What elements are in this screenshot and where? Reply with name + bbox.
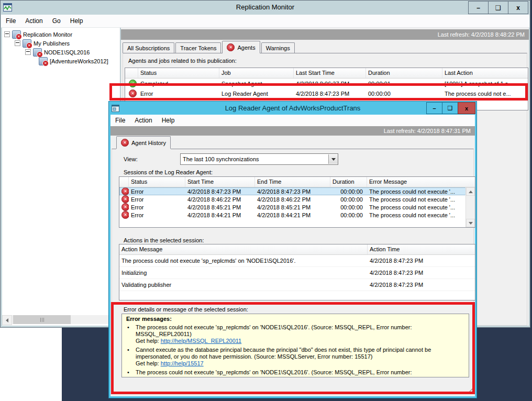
menu-go[interactable]: Go — [48, 16, 65, 26]
tab-all-subscriptions[interactable]: All Subscriptions — [123, 42, 174, 53]
cell-action-time: 4/2/2018 8:47:23 PM — [368, 258, 475, 264]
main-titlebar[interactable]: Replication Monitor – ❑ x — [1, 1, 530, 14]
cell-error-message: The process could not execute '... — [367, 204, 466, 210]
tree-node-server[interactable]: ✕ NODE1\SQL2016 — [2, 48, 120, 57]
menu-action[interactable]: Action — [20, 16, 47, 26]
cell-error-message: The process could not execute '... — [367, 196, 466, 203]
publisher-tree-panel: ✕ Replication Monitor ✕ My Publishers ✕ … — [2, 28, 120, 326]
cell-start-time: 4/2/2018 8:46:22 PM — [185, 196, 255, 203]
column-status[interactable]: Status — [129, 177, 185, 187]
tree-node-replication-monitor[interactable]: ✕ Replication Monitor — [2, 30, 120, 39]
cell-start-time: 4/2/2018 8:47:23 PM — [185, 188, 255, 195]
cell-action-message: Validating publisher — [119, 282, 368, 288]
cell-action-message: The process could not execute 'sp_replcm… — [119, 258, 368, 264]
sessions-vertical-scrollbar[interactable] — [465, 187, 475, 227]
cell-end-time: 4/2/2018 8:45:21 PM — [255, 204, 330, 210]
session-row[interactable]: ✕ Error 4/2/2018 8:45:21 PM 4/2/2018 8:4… — [119, 203, 466, 211]
tree-horizontal-scrollbar[interactable] — [2, 315, 112, 324]
collapse-icon[interactable] — [25, 49, 31, 55]
main-tabstrip: All Subscriptions Tracer Tokens ✕ Agents… — [123, 42, 296, 53]
actions-table-header: Action Message Action Time — [119, 244, 475, 255]
close-icon[interactable]: x — [508, 1, 528, 14]
collapse-icon[interactable] — [4, 31, 10, 37]
help-link[interactable]: http://help/MSSQL_REPL20011 — [161, 338, 242, 344]
actions-section-label: Actions in the selected session: — [124, 237, 204, 243]
agents-section-label: Agents and jobs related to this publicat… — [128, 58, 237, 64]
error-message-item: • The process could not execute 'sp_repl… — [126, 369, 464, 377]
collapse-icon[interactable] — [15, 40, 20, 46]
column-error-message[interactable]: Error Message — [367, 177, 466, 187]
column-last-action[interactable]: Last Action — [442, 68, 528, 78]
menu-action[interactable]: Action — [130, 115, 157, 126]
maximize-icon[interactable]: ❑ — [442, 102, 458, 114]
table-row[interactable]: ✕ Error Log Reader Agent 4/2/2018 8:47:2… — [125, 88, 528, 98]
scroll-down-icon[interactable] — [466, 219, 475, 227]
cell-error-message: The process could not execute '... — [367, 188, 466, 195]
error-messages-heading: Error messages: — [126, 316, 464, 322]
column-duration[interactable]: Duration — [330, 177, 367, 187]
cell-status: Error — [129, 188, 185, 195]
column-action-message[interactable]: Action Message — [119, 244, 368, 254]
action-row[interactable]: Validating publisher 4/2/2018 8:47:23 PM — [119, 279, 475, 291]
tree-node-publication[interactable]: ✕ [AdventureWorks2012] — [2, 57, 120, 65]
column-action-time[interactable]: Action Time — [368, 244, 475, 254]
menu-file[interactable]: File — [1, 16, 20, 26]
log-reader-agent-window: Log Reader Agent of AdvWorksProductTrans… — [108, 101, 477, 398]
scroll-left-icon[interactable] — [2, 315, 12, 325]
tab-agents[interactable]: ✕ Agents — [222, 41, 260, 53]
action-row[interactable]: The process could not execute 'sp_replcm… — [119, 255, 475, 267]
close-icon[interactable]: x — [458, 102, 475, 114]
cell-duration: 00:00:01 — [366, 81, 442, 87]
view-label: View: — [124, 156, 138, 162]
cell-duration: 00:00:00 — [330, 204, 367, 210]
tab-agent-history[interactable]: ✕ Agent History — [116, 136, 171, 149]
session-row[interactable]: ✕ Error 4/2/2018 8:44:21 PM 4/2/2018 8:4… — [119, 211, 466, 219]
column-duration[interactable]: Duration — [366, 68, 442, 78]
desktop-white-area — [0, 326, 62, 401]
table-row[interactable]: ✓ Completed Snapshot Agent 4/2/2018 8:06… — [125, 79, 528, 88]
cell-duration: 00:00:00 — [330, 196, 367, 203]
cell-last-start: 4/2/2018 8:06:37 PM — [294, 81, 366, 87]
action-row[interactable]: Initializing 4/2/2018 8:47:23 PM — [119, 267, 475, 279]
view-dropdown[interactable]: The last 100 synchronizations — [180, 153, 338, 165]
resize-grip[interactable] — [465, 387, 473, 394]
cell-end-time: 4/2/2018 8:46:22 PM — [255, 196, 330, 203]
agent-titlebar[interactable]: Log Reader Agent of AdvWorksProductTrans… — [109, 102, 476, 115]
cell-duration: 00:00:00 — [330, 212, 367, 218]
minimize-icon[interactable]: – — [468, 1, 489, 14]
agent-last-refresh-text: Last refresh: 4/2/2018 8:47:31 PM — [384, 128, 471, 134]
column-job[interactable]: Job — [219, 68, 294, 78]
session-row[interactable]: ✕ Error 4/2/2018 8:46:22 PM 4/2/2018 8:4… — [119, 195, 466, 203]
minimize-icon[interactable]: – — [426, 102, 442, 114]
column-last-start-time[interactable]: Last Start Time — [294, 68, 366, 78]
tab-warnings[interactable]: Warnings — [261, 42, 295, 53]
tree-node-my-publishers[interactable]: ✕ My Publishers — [2, 39, 120, 48]
session-row[interactable]: ✕ Error 4/2/2018 8:47:23 PM 4/2/2018 8:4… — [119, 187, 466, 195]
agent-window-body: ✕ Agent History View: The last 100 synch… — [110, 136, 475, 396]
column-status[interactable]: Status — [138, 68, 219, 78]
cell-status: Error — [129, 204, 185, 210]
scroll-up-icon[interactable] — [466, 187, 475, 196]
help-link[interactable]: http://help/15517 — [161, 360, 204, 366]
cell-error-message: The process could not execute '... — [367, 212, 466, 218]
column-start-time[interactable]: Start Time — [185, 177, 255, 187]
cell-status: Error — [129, 212, 185, 218]
cell-job: Snapshot Agent — [219, 81, 294, 87]
replication-monitor-node-icon: ✕ — [12, 30, 21, 39]
menu-help[interactable]: Help — [157, 115, 180, 126]
cell-status: Completed — [138, 81, 219, 87]
cell-start-time: 4/2/2018 8:44:21 PM — [185, 212, 255, 218]
maximize-icon[interactable]: ❑ — [488, 1, 508, 14]
chevron-down-icon[interactable] — [328, 154, 338, 164]
cell-job: Log Reader Agent — [219, 91, 294, 97]
agents-table-header: Status Job Last Start Time Duration Last… — [125, 68, 528, 79]
tab-tracer-tokens[interactable]: Tracer Tokens — [175, 42, 221, 53]
error-message-item: • The process could not execute 'sp_repl… — [126, 324, 464, 344]
menu-file[interactable]: File — [110, 115, 130, 126]
cell-duration: 00:00:00 — [366, 91, 442, 97]
column-end-time[interactable]: End Time — [255, 177, 330, 187]
error-message-text: The process could not execute 'sp_replcm… — [136, 369, 412, 377]
publishers-node-icon: ✕ — [23, 39, 31, 48]
menu-help[interactable]: Help — [65, 16, 88, 26]
scrollbar-thumb[interactable] — [13, 315, 71, 324]
